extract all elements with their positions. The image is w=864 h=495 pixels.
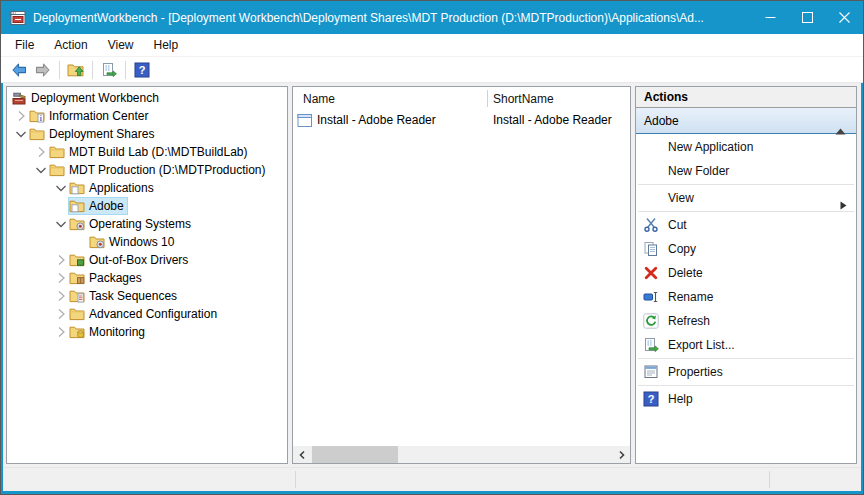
tree-item-deployment-workbench[interactable]: Deployment Workbench bbox=[7, 89, 287, 107]
actions-separator bbox=[638, 358, 854, 359]
folder-application-icon bbox=[69, 181, 86, 195]
scroll-left-arrow[interactable] bbox=[293, 446, 310, 463]
list-header: Name ShortName bbox=[293, 87, 630, 111]
chevron-collapsed-icon[interactable] bbox=[13, 108, 29, 124]
column-header-name[interactable]: Name bbox=[293, 87, 487, 110]
action-rename[interactable]: Rename bbox=[636, 285, 856, 309]
cut-icon bbox=[643, 217, 659, 233]
list-row-install-adobe-reader[interactable]: Install - Adobe Reader Install - Adobe R… bbox=[293, 111, 630, 129]
app-window: DeploymentWorkbench - [Deployment Workbe… bbox=[0, 0, 864, 495]
tree-item-operating-systems[interactable]: Operating Systems bbox=[7, 215, 287, 233]
close-button[interactable] bbox=[826, 1, 863, 34]
minimize-button[interactable] bbox=[752, 1, 789, 34]
tree-item-label: Deployment Shares bbox=[46, 126, 157, 142]
scrollbar-track[interactable] bbox=[310, 446, 613, 463]
action-view[interactable]: View bbox=[636, 186, 856, 210]
tree-item-label: Monitoring bbox=[86, 324, 148, 340]
actions-separator bbox=[638, 211, 854, 212]
action-properties[interactable]: Properties bbox=[636, 360, 856, 384]
actions-group-adobe[interactable]: Adobe bbox=[636, 108, 856, 134]
folder-info-icon: i bbox=[29, 109, 46, 123]
tree-item-label: Applications bbox=[86, 180, 157, 196]
tree-item-label: Information Center bbox=[46, 108, 151, 124]
chevron-expanded-icon[interactable] bbox=[53, 180, 69, 196]
chevron-expanded-icon[interactable] bbox=[13, 126, 29, 142]
tree-item-label: MDT Production (D:\MDTProduction) bbox=[66, 162, 269, 178]
tree-item-adobe[interactable]: Adobe bbox=[7, 197, 287, 215]
menu-view[interactable]: View bbox=[98, 35, 144, 55]
scrollbar-thumb[interactable] bbox=[312, 446, 398, 463]
chevron-collapsed-icon[interactable] bbox=[53, 288, 69, 304]
maximize-icon bbox=[802, 12, 813, 23]
rename-icon bbox=[643, 289, 659, 305]
close-icon bbox=[839, 12, 850, 23]
chevron-collapsed-icon[interactable] bbox=[53, 306, 69, 322]
tree-item-monitoring[interactable]: Monitoring bbox=[7, 323, 287, 341]
export-list-icon bbox=[643, 337, 659, 353]
up-one-level-button[interactable] bbox=[64, 59, 88, 81]
tree-item-deployment-shares[interactable]: Deployment Shares bbox=[7, 125, 287, 143]
menu-action[interactable]: Action bbox=[44, 35, 97, 55]
status-bar bbox=[3, 467, 861, 491]
action-delete[interactable]: Delete bbox=[636, 261, 856, 285]
action-help[interactable]: ? Help bbox=[636, 387, 856, 411]
action-export-list[interactable]: Export List... bbox=[636, 333, 856, 357]
copy-icon bbox=[643, 241, 659, 257]
tree-item-windows-10[interactable]: Windows 10 bbox=[7, 233, 287, 251]
actions-pane: Actions Adobe New Application New Folder… bbox=[635, 86, 857, 464]
chevron-expanded-icon[interactable] bbox=[33, 162, 49, 178]
tree-item-label: Adobe bbox=[86, 198, 127, 214]
menu-help[interactable]: Help bbox=[144, 35, 189, 55]
result-list-pane: Name ShortName Install - Adobe Reader In… bbox=[292, 86, 631, 464]
chevron-collapsed-icon[interactable] bbox=[53, 270, 69, 286]
application-window-icon bbox=[297, 113, 313, 128]
forward-arrow-icon bbox=[34, 61, 52, 79]
selected-tree-item: Adobe bbox=[69, 198, 127, 214]
help-icon: ? bbox=[643, 391, 659, 407]
horizontal-scrollbar bbox=[293, 446, 630, 463]
folder-package-icon bbox=[69, 271, 86, 285]
maximize-button[interactable] bbox=[789, 1, 826, 34]
folder-monitor-icon bbox=[69, 325, 86, 339]
action-refresh[interactable]: Refresh bbox=[636, 309, 856, 333]
tree-item-applications[interactable]: Applications bbox=[7, 179, 287, 197]
status-bar-divider bbox=[769, 471, 770, 488]
action-pane-toggle-button[interactable] bbox=[97, 59, 121, 81]
tree-item-mdt-build-lab[interactable]: MDT Build Lab (D:\MDTBuildLab) bbox=[7, 143, 287, 161]
tree-item-mdt-production[interactable]: MDT Production (D:\MDTProduction) bbox=[7, 161, 287, 179]
action-copy[interactable]: Copy bbox=[636, 237, 856, 261]
toolbar: ? bbox=[1, 57, 863, 83]
folder-icon bbox=[49, 145, 66, 159]
menu-file[interactable]: File bbox=[5, 35, 44, 55]
window-title: DeploymentWorkbench - [Deployment Workbe… bbox=[33, 11, 752, 25]
action-new-application[interactable]: New Application bbox=[636, 135, 856, 159]
properties-icon bbox=[643, 364, 659, 380]
actions-separator bbox=[638, 385, 854, 386]
actions-group-label: Adobe bbox=[644, 114, 679, 128]
back-button[interactable] bbox=[7, 59, 31, 81]
forward-button[interactable] bbox=[31, 59, 55, 81]
chevron-expanded-icon[interactable] bbox=[53, 216, 69, 232]
column-header-shortname[interactable]: ShortName bbox=[487, 90, 630, 107]
action-cut[interactable]: Cut bbox=[636, 213, 856, 237]
console-tree-pane: Deployment Workbench i Informatio bbox=[6, 86, 288, 464]
tree-item-label: Deployment Workbench bbox=[28, 90, 162, 106]
help-button[interactable]: ? bbox=[130, 59, 154, 81]
chevron-collapsed-icon[interactable] bbox=[33, 144, 49, 160]
tree-item-task-sequences[interactable]: Task Sequences bbox=[7, 287, 287, 305]
tree-item-advanced-configuration[interactable]: Advanced Configuration bbox=[7, 305, 287, 323]
action-new-folder[interactable]: New Folder bbox=[636, 159, 856, 183]
chevron-collapsed-icon[interactable] bbox=[53, 324, 69, 340]
tree-item-packages[interactable]: Packages bbox=[7, 269, 287, 287]
tree-item-information-center[interactable]: i Information Center bbox=[7, 107, 287, 125]
chevron-collapsed-icon[interactable] bbox=[53, 252, 69, 268]
folder-os-icon bbox=[89, 235, 106, 249]
tree-item-label: MDT Build Lab (D:\MDTBuildLab) bbox=[66, 144, 251, 160]
delete-icon bbox=[643, 265, 659, 281]
tree-item-out-of-box-drivers[interactable]: Out-of-Box Drivers bbox=[7, 251, 287, 269]
tree-item-label: Packages bbox=[86, 270, 145, 286]
status-bar-divider bbox=[295, 471, 296, 488]
scroll-right-arrow[interactable] bbox=[613, 446, 630, 463]
tree-item-label: Task Sequences bbox=[86, 288, 180, 304]
window-controls bbox=[752, 1, 863, 34]
